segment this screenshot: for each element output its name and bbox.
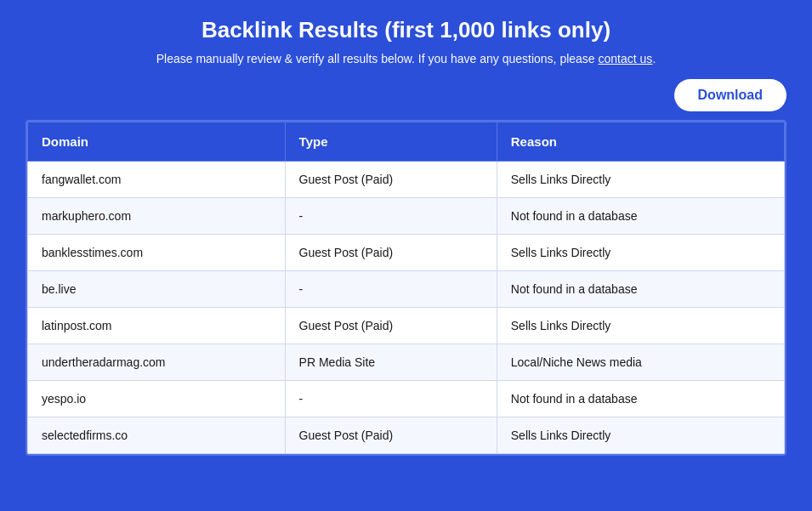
table-row: yespo.io-Not found in a database	[28, 381, 785, 417]
table-row: banklesstimes.comGuest Post (Paid)Sells …	[28, 235, 785, 271]
cell-type: -	[285, 271, 497, 308]
cell-domain: fangwallet.com	[28, 162, 286, 198]
column-header-domain: Domain	[28, 122, 286, 162]
page-title: Backlink Results (first 1,000 links only…	[202, 17, 610, 43]
table-row: fangwallet.comGuest Post (Paid)Sells Lin…	[28, 162, 785, 198]
cell-type: -	[285, 198, 497, 235]
column-header-type: Type	[285, 122, 497, 162]
cell-domain: be.live	[28, 271, 286, 308]
cell-reason: Not found in a database	[497, 381, 784, 417]
cell-domain: selectedfirms.co	[28, 417, 286, 454]
cell-reason: Not found in a database	[497, 198, 784, 235]
column-header-reason: Reason	[497, 122, 784, 162]
cell-type: Guest Post (Paid)	[285, 417, 497, 454]
table-row: selectedfirms.coGuest Post (Paid)Sells L…	[28, 417, 785, 454]
cell-type: Guest Post (Paid)	[285, 308, 497, 344]
cell-reason: Sells Links Directly	[497, 417, 784, 454]
results-table: Domain Type Reason fangwallet.comGuest P…	[27, 122, 785, 454]
cell-domain: markuphero.com	[28, 198, 286, 235]
cell-reason: Sells Links Directly	[497, 162, 784, 198]
cell-reason: Local/Niche News media	[497, 344, 784, 381]
contact-us-link[interactable]: contact us	[599, 52, 653, 65]
cell-domain: yespo.io	[28, 381, 286, 417]
cell-type: Guest Post (Paid)	[285, 235, 497, 271]
cell-domain: latinpost.com	[28, 308, 286, 344]
subtitle-label: Please manually review & verify all resu…	[156, 52, 595, 65]
table-header-row: Domain Type Reason	[28, 122, 785, 162]
subtitle-text: Please manually review & verify all resu…	[156, 52, 656, 65]
cell-type: -	[285, 381, 497, 417]
table-row: markuphero.com-Not found in a database	[28, 198, 785, 235]
cell-reason: Sells Links Directly	[497, 235, 784, 271]
download-row: Download	[26, 79, 786, 111]
cell-reason: Not found in a database	[497, 271, 784, 308]
cell-domain: undertheradarmag.com	[28, 344, 286, 381]
cell-type: Guest Post (Paid)	[285, 162, 497, 198]
cell-domain: banklesstimes.com	[28, 235, 286, 271]
results-table-container: Domain Type Reason fangwallet.comGuest P…	[26, 120, 786, 456]
cell-reason: Sells Links Directly	[497, 308, 784, 344]
download-button[interactable]: Download	[674, 79, 786, 111]
table-row: latinpost.comGuest Post (Paid)Sells Link…	[28, 308, 785, 344]
table-body: fangwallet.comGuest Post (Paid)Sells Lin…	[28, 162, 785, 454]
subtitle-end: .	[652, 52, 656, 65]
table-row: undertheradarmag.comPR Media SiteLocal/N…	[28, 344, 785, 381]
table-row: be.live-Not found in a database	[28, 271, 785, 308]
cell-type: PR Media Site	[285, 344, 497, 381]
